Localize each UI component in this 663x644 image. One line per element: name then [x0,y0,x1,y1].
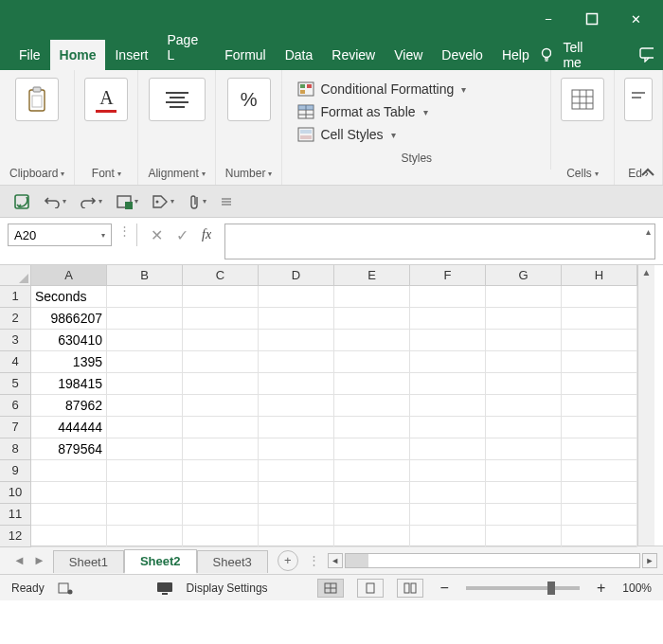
select-all-button[interactable] [0,265,31,286]
expand-formula-icon[interactable]: ▴ [646,226,651,237]
cell[interactable] [259,330,334,351]
cell[interactable] [259,395,334,417]
cell[interactable] [562,482,637,504]
cell[interactable] [107,417,183,438]
cell[interactable] [259,373,334,395]
column-header[interactable]: H [562,265,637,286]
cell[interactable]: 444444 [31,417,107,438]
cell[interactable] [410,504,486,526]
row-header[interactable]: 6 [0,395,31,417]
column-header[interactable]: A [31,265,107,286]
cell[interactable] [183,330,259,351]
cell[interactable]: 1395 [31,351,107,373]
cell[interactable] [259,526,334,547]
tab-view[interactable]: View [385,40,432,70]
cell[interactable] [486,526,562,547]
cell[interactable] [334,330,410,351]
cell[interactable] [107,504,183,526]
cell[interactable] [562,438,637,460]
cell[interactable] [486,504,562,526]
name-box[interactable]: A20 ▾ [8,224,112,246]
cell[interactable] [334,482,410,504]
sheet-nav-prev[interactable]: ◄ [13,553,26,567]
tab-developer[interactable]: Develo [432,40,493,70]
cell[interactable] [31,526,107,547]
tab-page-layout[interactable]: Page L [157,25,215,70]
cells-area[interactable]: Seconds 9866207 630410 1395 198415 87962… [31,286,637,547]
zoom-thumb[interactable] [547,581,555,595]
row-header[interactable]: 12 [0,526,31,547]
save-button[interactable] [13,193,30,210]
cell[interactable] [107,330,183,351]
cell[interactable] [334,395,410,417]
cell[interactable] [410,330,486,351]
column-header[interactable]: F [410,265,486,286]
number-button[interactable]: % [227,78,271,121]
row-header[interactable]: 2 [0,308,31,330]
cell[interactable] [259,286,334,308]
qat-tag-button[interactable]: ▾ [152,194,174,209]
row-header[interactable]: 8 [0,438,31,460]
view-page-break-button[interactable] [397,579,423,598]
vertical-scrollbar[interactable]: ▲ [637,265,654,546]
editing-button[interactable] [624,78,653,121]
row-header[interactable]: 11 [0,504,31,526]
row-header[interactable]: 1 [0,286,31,308]
cell-styles-button[interactable]: Cell Styles▾ [296,123,537,146]
column-header[interactable]: D [259,265,334,286]
cell[interactable] [410,395,486,417]
cell[interactable] [183,308,259,330]
tab-review[interactable]: Review [322,40,385,70]
cell[interactable]: 87962 [31,395,107,417]
zoom-in-button[interactable]: + [593,580,609,597]
conditional-formatting-button[interactable]: Conditional Formatting▾ [296,78,537,100]
cell[interactable] [107,526,183,547]
cell[interactable] [107,482,183,504]
cells-button[interactable] [561,78,604,121]
cell[interactable] [486,417,562,438]
column-header[interactable]: G [486,265,562,286]
row-header[interactable]: 9 [0,460,31,482]
cell[interactable]: 879564 [31,438,107,460]
cell[interactable] [183,351,259,373]
cell[interactable]: 9866207 [31,308,107,330]
cell[interactable] [183,482,259,504]
cell[interactable] [562,417,637,438]
scroll-left-icon[interactable]: ◄ [328,553,343,568]
cell[interactable] [334,308,410,330]
cell[interactable] [410,373,486,395]
column-header[interactable]: C [183,265,259,286]
cell[interactable] [259,351,334,373]
cell[interactable] [410,351,486,373]
cell[interactable] [562,504,637,526]
record-macro-icon[interactable] [58,581,73,595]
cell[interactable] [410,308,486,330]
sheet-nav-next[interactable]: ► [33,553,45,567]
tab-help[interactable]: Help [493,40,539,70]
cell[interactable] [334,504,410,526]
cell[interactable] [562,373,637,395]
cell[interactable] [183,395,259,417]
cell[interactable] [334,417,410,438]
zoom-out-button[interactable]: − [437,580,453,597]
tab-insert[interactable]: Insert [105,40,157,70]
cell[interactable] [259,308,334,330]
scroll-up-icon[interactable]: ▲ [642,267,652,282]
minimize-button[interactable]: − [527,5,570,33]
undo-button[interactable]: ▾ [44,195,66,208]
cell[interactable] [334,351,410,373]
cell[interactable]: 630410 [31,330,107,351]
tell-me[interactable]: Tell me [563,40,599,70]
view-page-layout-button[interactable] [357,579,384,598]
column-header[interactable]: E [334,265,410,286]
cell[interactable] [562,308,637,330]
cell[interactable] [259,438,334,460]
cell[interactable] [410,286,486,308]
cell[interactable] [486,286,562,308]
cell[interactable] [486,395,562,417]
cell[interactable] [31,504,107,526]
redo-button[interactable]: ▾ [80,195,102,208]
cell[interactable] [183,417,259,438]
cell[interactable] [107,286,183,308]
cell[interactable] [183,460,259,482]
